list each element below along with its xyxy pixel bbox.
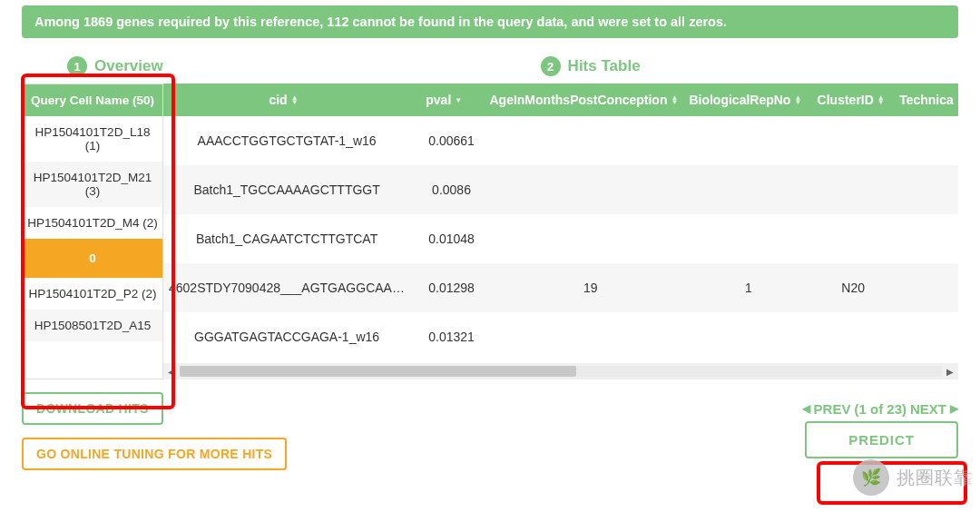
col-cluster[interactable]: ClusterID▲▼	[807, 84, 895, 116]
cell-cid: AAACCTGGTGCTGTAT-1_w16	[163, 124, 410, 157]
cell-tech	[898, 279, 958, 297]
cell-age	[493, 181, 689, 199]
cell-rep	[689, 132, 808, 150]
overview-section-title: 1 Overview	[67, 56, 163, 76]
prev-caret-icon[interactable]: ◀	[802, 402, 810, 415]
scroll-track[interactable]	[180, 366, 942, 377]
cell-age	[493, 132, 689, 150]
cell-tech	[898, 230, 958, 248]
sidebar-item[interactable]: HP1504101T2D_P2 (2)	[23, 278, 162, 310]
col-cluster-label: ClusterID	[818, 93, 874, 107]
table-row[interactable]: Batch1_TGCCAAAAGCTTTGGT0.0086	[163, 165, 958, 214]
hits-badge: 2	[541, 56, 561, 76]
predict-button[interactable]: PREDICT	[805, 421, 958, 458]
cell-cid: GGGATGAGTACCGAGA-1_w16	[163, 320, 410, 353]
page-indicator: (1 of 23)	[854, 401, 906, 417]
cell-cluster	[808, 328, 898, 346]
sidebar-item[interactable]: HP1504101T2D_L18 (1)	[23, 116, 162, 162]
cell-pval: 0.01321	[410, 320, 493, 353]
col-cid-label: cid	[269, 93, 287, 107]
sidebar-item[interactable]: 0	[23, 239, 162, 278]
cell-rep	[689, 328, 808, 346]
cell-cid: 4602STDY7090428___AGTGAGGCAAGTACCT	[163, 271, 410, 304]
cell-cluster	[808, 132, 898, 150]
watermark-text: 挑圈联靠	[897, 466, 973, 490]
sort-icon: ▲▼	[291, 95, 299, 104]
col-tech-label: Technica	[899, 93, 954, 107]
scroll-thumb[interactable]	[180, 366, 576, 377]
sidebar-item[interactable]: HP1508501T2D_A15	[23, 310, 162, 341]
table-header-row: cid▲▼ pval▼ AgeInMonthsPostConception▲▼ …	[163, 84, 958, 116]
col-pval[interactable]: pval▼	[404, 84, 484, 116]
col-rep[interactable]: BiologicalRepNo▲▼	[683, 84, 807, 116]
table-row[interactable]: GGGATGAGTACCGAGA-1_w160.01321	[163, 312, 958, 361]
cell-rep	[689, 181, 808, 199]
sidebar-item[interactable]: HP1504101T2D_M21 (3)	[23, 162, 162, 207]
cell-rep	[689, 230, 808, 248]
cell-age	[493, 230, 689, 248]
table-row[interactable]: Batch1_CAGAATCTCTTGTCAT0.01048	[163, 214, 958, 263]
sidebar-item[interactable]: HP1504101T2D_M4 (2)	[23, 207, 162, 239]
cell-cid: Batch1_TGCCAAAAGCTTTGGT	[163, 173, 410, 206]
overview-badge: 1	[67, 56, 87, 76]
sidebar-header[interactable]: Query Cell Name (50)	[23, 84, 162, 116]
col-rep-label: BiologicalRepNo	[689, 93, 790, 107]
next-link[interactable]: NEXT	[910, 401, 946, 417]
col-age[interactable]: AgeInMonthsPostConception▲▼	[484, 84, 683, 116]
hits-table: cid▲▼ pval▼ AgeInMonthsPostConception▲▼ …	[163, 84, 958, 379]
online-tuning-button[interactable]: GO ONLINE TUNING FOR MORE HITS	[22, 438, 287, 470]
cell-cluster	[808, 181, 898, 199]
cell-age	[493, 328, 689, 346]
sort-desc-icon: ▼	[455, 96, 462, 104]
col-cid[interactable]: cid▲▼	[163, 84, 404, 116]
alert-banner: Among 1869 genes required by this refere…	[22, 5, 958, 38]
horizontal-scrollbar[interactable]: ◀ ▶	[163, 363, 958, 379]
cell-pval: 0.01048	[410, 222, 493, 255]
scroll-left-icon[interactable]: ◀	[163, 367, 180, 377]
sort-icon: ▲▼	[671, 95, 678, 104]
cell-cluster	[808, 230, 898, 248]
cell-cluster: N20	[808, 271, 898, 304]
cell-tech	[898, 132, 958, 150]
table-row[interactable]: 4602STDY7090428___AGTGAGGCAAGTACCT0.0129…	[163, 263, 958, 312]
download-hits-button[interactable]: DOWNLOAD HITS	[22, 392, 163, 425]
hits-label: Hits Table	[568, 57, 641, 75]
overview-label: Overview	[94, 57, 163, 75]
prev-link[interactable]: PREV	[814, 401, 851, 417]
pagination: ◀ PREV (1 of 23) NEXT ▶	[802, 401, 958, 417]
cell-cid: Batch1_CAGAATCTCTTGTCAT	[163, 222, 410, 255]
overview-sidebar: Query Cell Name (50) HP1504101T2D_L18 (1…	[22, 84, 163, 379]
col-age-label: AgeInMonthsPostConception	[489, 93, 667, 107]
col-pval-label: pval	[426, 93, 451, 107]
cell-pval: 0.01298	[410, 271, 493, 304]
sort-icon: ▲▼	[877, 95, 885, 104]
next-caret-icon[interactable]: ▶	[950, 402, 958, 415]
hits-section-title: 2 Hits Table	[541, 56, 641, 76]
table-row[interactable]: AAACCTGGTGCTGTAT-1_w160.00661	[163, 116, 958, 165]
watermark-icon: 🌿	[853, 459, 889, 496]
cell-pval: 0.00661	[410, 124, 493, 157]
col-tech[interactable]: Technica	[895, 84, 958, 116]
cell-tech	[898, 328, 958, 346]
scroll-right-icon[interactable]: ▶	[942, 367, 958, 377]
cell-tech	[898, 181, 958, 199]
cell-age: 19	[493, 271, 689, 304]
watermark: 🌿 挑圈联靠	[853, 459, 973, 496]
cell-rep: 1	[689, 271, 808, 304]
table-body: AAACCTGGTGCTGTAT-1_w160.00661Batch1_TGCC…	[163, 116, 958, 361]
section-headers: 1 Overview 2 Hits Table	[22, 53, 958, 80]
cell-pval: 0.0086	[410, 173, 493, 206]
sort-icon: ▲▼	[794, 95, 801, 104]
